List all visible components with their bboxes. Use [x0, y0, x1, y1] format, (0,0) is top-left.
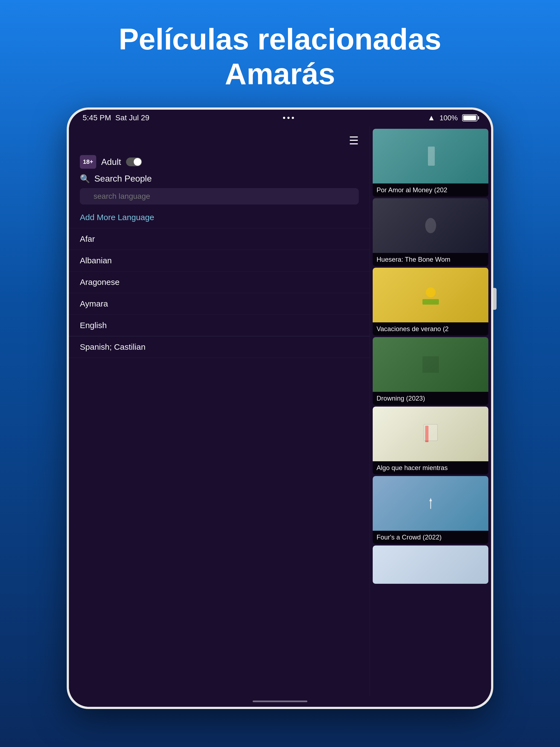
- hero-title: Películas relacionadas Amarás: [91, 22, 469, 91]
- movie-title-3: Vacaciones de verano (2: [373, 323, 488, 335]
- movie-thumb-3: [373, 268, 488, 323]
- adult-label: Adult: [101, 157, 121, 167]
- search-people-icon: 🔍: [80, 174, 90, 183]
- tablet-device: 5:45 PM Sat Jul 29 ▲ 100% ☰: [67, 107, 493, 709]
- movie-card-7[interactable]: [373, 545, 488, 584]
- movie-card-2[interactable]: Huesera: The Bone Wom: [373, 198, 488, 266]
- lang-albanian[interactable]: Albanian: [69, 250, 370, 272]
- movie-card-4[interactable]: Drowning (2023): [373, 337, 488, 405]
- movie-thumb-1: [373, 129, 488, 183]
- left-panel: ☰ 18+ Adult 🔍 Search People: [69, 126, 370, 696]
- svg-rect-1: [428, 147, 435, 166]
- movie-title-6: Four's a Crowd (2022): [373, 531, 488, 544]
- battery-percent: 100%: [440, 114, 458, 122]
- search-people-label: Search People: [94, 174, 152, 184]
- lang-add-more[interactable]: Add More Language: [69, 207, 370, 228]
- search-language-container: 🔍: [69, 186, 370, 207]
- dot-1: [283, 117, 285, 119]
- lang-spanish[interactable]: Spanish; Castilian: [69, 336, 370, 358]
- status-bar: 5:45 PM Sat Jul 29 ▲ 100%: [69, 110, 491, 126]
- movie-thumb-6: [373, 476, 488, 531]
- movie-card-5[interactable]: Algo que hacer mientras: [373, 407, 488, 474]
- content-area: ☰ 18+ Adult 🔍 Search People: [69, 126, 491, 696]
- movie-card-3[interactable]: Vacaciones de verano (2: [373, 268, 488, 335]
- lang-english[interactable]: English: [69, 315, 370, 336]
- lang-afar[interactable]: Afar: [69, 228, 370, 250]
- power-button: [493, 288, 497, 310]
- svg-point-3: [426, 287, 436, 297]
- movie-thumb-5: [373, 407, 488, 461]
- dot-3: [292, 117, 294, 119]
- status-time: 5:45 PM Sat Jul 29: [82, 113, 149, 122]
- movie-title-1: Por Amor al Money (202: [373, 183, 488, 197]
- status-right: ▲ 100%: [428, 113, 478, 122]
- search-lang-wrapper: 🔍: [80, 188, 359, 205]
- wifi-icon: ▲: [428, 113, 435, 122]
- language-list: Add More Language Afar Albanian Aragones…: [69, 207, 370, 358]
- movie-card-6[interactable]: Four's a Crowd (2022): [373, 476, 488, 544]
- adult-rating-icon: 18+: [80, 155, 96, 169]
- svg-rect-7: [424, 424, 437, 441]
- adult-row: 18+ Adult: [69, 152, 370, 172]
- movie-title-2: Huesera: The Bone Wom: [373, 253, 488, 266]
- movie-thumb-2: [373, 198, 488, 253]
- movie-title-5: Algo que hacer mientras: [373, 461, 488, 474]
- home-indicator: [69, 696, 491, 707]
- menu-icon-row: ☰: [69, 131, 370, 152]
- home-bar: [253, 700, 307, 702]
- toggle-knob: [134, 158, 142, 166]
- svg-marker-8: [429, 498, 432, 501]
- search-language-input[interactable]: [80, 188, 359, 205]
- hamburger-icon[interactable]: ☰: [349, 134, 359, 147]
- status-center: [283, 117, 294, 119]
- movie-card-1[interactable]: Por Amor al Money (202: [373, 129, 488, 197]
- lang-aymara[interactable]: Aymara: [69, 293, 370, 315]
- movie-thumb-4: [373, 337, 488, 392]
- adult-toggle[interactable]: [126, 157, 142, 166]
- svg-point-2: [425, 218, 436, 233]
- movie-thumb-7: [373, 545, 488, 584]
- battery-icon: [462, 114, 478, 121]
- svg-rect-4: [423, 299, 439, 305]
- dot-2: [287, 117, 289, 119]
- lang-aragonese[interactable]: Aragonese: [69, 272, 370, 293]
- movie-title-4: Drowning (2023): [373, 392, 488, 405]
- movie-list-panel: Por Amor al Money (202 Huesera: The Bone…: [370, 126, 491, 696]
- svg-rect-5: [423, 356, 439, 373]
- search-people-row[interactable]: 🔍 Search People: [69, 172, 370, 186]
